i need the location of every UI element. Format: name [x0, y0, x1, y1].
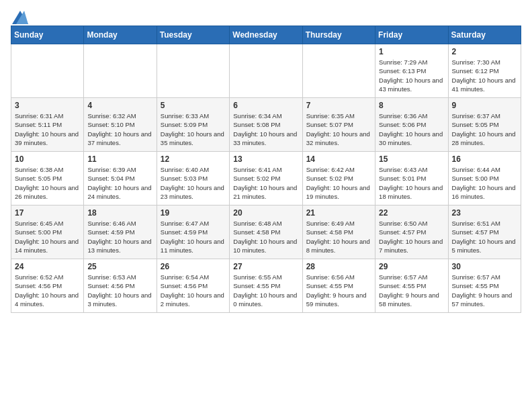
day-info: Sunrise: 6:54 AM Sunset: 4:56 PM Dayligh… [161, 273, 226, 308]
calendar-cell: 1Sunrise: 7:29 AM Sunset: 6:13 PM Daylig… [375, 44, 448, 98]
day-number: 2 [452, 47, 517, 56]
day-number: 7 [306, 101, 371, 110]
weekday-header: Saturday [448, 26, 521, 44]
calendar-cell: 12Sunrise: 6:40 AM Sunset: 5:03 PM Dayli… [157, 152, 229, 205]
calendar-cell [11, 44, 84, 98]
day-info: Sunrise: 6:55 AM Sunset: 4:55 PM Dayligh… [233, 273, 298, 308]
day-info: Sunrise: 6:56 AM Sunset: 4:55 PM Dayligh… [306, 273, 371, 308]
day-info: Sunrise: 7:30 AM Sunset: 6:12 PM Dayligh… [452, 58, 517, 93]
day-number: 22 [379, 208, 444, 218]
calendar-cell: 2Sunrise: 7:30 AM Sunset: 6:12 PM Daylig… [448, 44, 521, 98]
calendar-cell: 8Sunrise: 6:36 AM Sunset: 5:06 PM Daylig… [375, 98, 448, 152]
calendar-cell: 15Sunrise: 6:43 AM Sunset: 5:01 PM Dayli… [375, 152, 448, 205]
day-info: Sunrise: 6:35 AM Sunset: 5:07 PM Dayligh… [306, 111, 371, 147]
day-number: 11 [87, 154, 152, 164]
logo-icon [12, 11, 28, 24]
day-info: Sunrise: 6:57 AM Sunset: 4:55 PM Dayligh… [452, 273, 517, 308]
calendar-cell [84, 44, 157, 98]
day-info: Sunrise: 6:40 AM Sunset: 5:03 PM Dayligh… [161, 165, 226, 201]
calendar-cell: 20Sunrise: 6:48 AM Sunset: 4:58 PM Dayli… [230, 205, 302, 259]
day-number: 1 [379, 47, 444, 56]
calendar-cell [302, 44, 375, 98]
calendar-cell: 16Sunrise: 6:44 AM Sunset: 5:00 PM Dayli… [448, 152, 521, 205]
weekday-header: Monday [84, 26, 157, 44]
calendar-week-row: 3Sunrise: 6:31 AM Sunset: 5:11 PM Daylig… [11, 98, 521, 152]
calendar-cell: 14Sunrise: 6:42 AM Sunset: 5:02 PM Dayli… [302, 152, 375, 205]
day-number: 26 [161, 262, 226, 271]
day-info: Sunrise: 6:51 AM Sunset: 4:57 PM Dayligh… [452, 219, 517, 255]
day-info: Sunrise: 6:45 AM Sunset: 5:00 PM Dayligh… [15, 219, 80, 255]
calendar-cell: 25Sunrise: 6:53 AM Sunset: 4:56 PM Dayli… [84, 259, 157, 313]
calendar-week-row: 17Sunrise: 6:45 AM Sunset: 5:00 PM Dayli… [11, 205, 521, 259]
day-info: Sunrise: 6:36 AM Sunset: 5:06 PM Dayligh… [379, 111, 444, 147]
day-number: 29 [379, 262, 444, 271]
day-info: Sunrise: 6:33 AM Sunset: 5:09 PM Dayligh… [161, 111, 226, 147]
day-number: 20 [233, 208, 298, 218]
calendar-cell: 24Sunrise: 6:52 AM Sunset: 4:56 PM Dayli… [11, 259, 84, 313]
calendar-cell: 19Sunrise: 6:47 AM Sunset: 4:59 PM Dayli… [157, 205, 229, 259]
day-info: Sunrise: 6:52 AM Sunset: 4:56 PM Dayligh… [15, 273, 80, 308]
calendar-cell: 11Sunrise: 6:39 AM Sunset: 5:04 PM Dayli… [84, 152, 157, 205]
calendar-cell: 21Sunrise: 6:49 AM Sunset: 4:58 PM Dayli… [302, 205, 375, 259]
calendar-cell: 5Sunrise: 6:33 AM Sunset: 5:09 PM Daylig… [157, 98, 229, 152]
weekday-header: Tuesday [157, 26, 229, 44]
weekday-header: Sunday [11, 26, 84, 44]
day-number: 4 [87, 101, 152, 110]
logo [11, 11, 28, 21]
calendar-week-row: 24Sunrise: 6:52 AM Sunset: 4:56 PM Dayli… [11, 259, 521, 313]
day-number: 6 [233, 101, 298, 110]
day-number: 27 [233, 262, 298, 271]
day-number: 3 [15, 101, 80, 110]
calendar-cell: 7Sunrise: 6:35 AM Sunset: 5:07 PM Daylig… [302, 98, 375, 152]
day-info: Sunrise: 6:39 AM Sunset: 5:04 PM Dayligh… [87, 165, 152, 201]
day-number: 23 [452, 208, 517, 218]
calendar-cell [230, 44, 302, 98]
day-info: Sunrise: 6:57 AM Sunset: 4:55 PM Dayligh… [379, 273, 444, 308]
day-number: 30 [452, 262, 517, 271]
day-number: 9 [452, 101, 517, 110]
calendar-cell: 23Sunrise: 6:51 AM Sunset: 4:57 PM Dayli… [448, 205, 521, 259]
calendar-cell: 13Sunrise: 6:41 AM Sunset: 5:02 PM Dayli… [230, 152, 302, 205]
day-info: Sunrise: 6:38 AM Sunset: 5:05 PM Dayligh… [15, 165, 80, 201]
day-info: Sunrise: 7:29 AM Sunset: 6:13 PM Dayligh… [379, 58, 444, 93]
day-info: Sunrise: 6:50 AM Sunset: 4:57 PM Dayligh… [379, 219, 444, 255]
calendar-cell: 28Sunrise: 6:56 AM Sunset: 4:55 PM Dayli… [302, 259, 375, 313]
calendar-cell: 29Sunrise: 6:57 AM Sunset: 4:55 PM Dayli… [375, 259, 448, 313]
day-info: Sunrise: 6:53 AM Sunset: 4:56 PM Dayligh… [87, 273, 152, 308]
day-info: Sunrise: 6:48 AM Sunset: 4:58 PM Dayligh… [233, 219, 298, 255]
day-number: 24 [15, 262, 80, 271]
calendar-cell: 18Sunrise: 6:46 AM Sunset: 4:59 PM Dayli… [84, 205, 157, 259]
day-number: 12 [161, 154, 226, 164]
calendar-cell: 3Sunrise: 6:31 AM Sunset: 5:11 PM Daylig… [11, 98, 84, 152]
calendar: SundayMondayTuesdayWednesdayThursdayFrid… [11, 26, 521, 313]
page-header [11, 11, 521, 21]
calendar-cell: 9Sunrise: 6:37 AM Sunset: 5:05 PM Daylig… [448, 98, 521, 152]
calendar-cell: 26Sunrise: 6:54 AM Sunset: 4:56 PM Dayli… [157, 259, 229, 313]
calendar-cell: 30Sunrise: 6:57 AM Sunset: 4:55 PM Dayli… [448, 259, 521, 313]
day-info: Sunrise: 6:43 AM Sunset: 5:01 PM Dayligh… [379, 165, 444, 201]
weekday-header: Friday [375, 26, 448, 44]
day-info: Sunrise: 6:31 AM Sunset: 5:11 PM Dayligh… [15, 111, 80, 147]
day-info: Sunrise: 6:46 AM Sunset: 4:59 PM Dayligh… [87, 219, 152, 255]
day-number: 17 [15, 208, 80, 218]
day-number: 10 [15, 154, 80, 164]
calendar-cell [157, 44, 229, 98]
weekday-header: Thursday [302, 26, 375, 44]
calendar-cell: 6Sunrise: 6:34 AM Sunset: 5:08 PM Daylig… [230, 98, 302, 152]
day-info: Sunrise: 6:44 AM Sunset: 5:00 PM Dayligh… [452, 165, 517, 201]
calendar-cell: 27Sunrise: 6:55 AM Sunset: 4:55 PM Dayli… [230, 259, 302, 313]
day-number: 14 [306, 154, 371, 164]
day-number: 18 [87, 208, 152, 218]
day-number: 21 [306, 208, 371, 218]
calendar-week-row: 10Sunrise: 6:38 AM Sunset: 5:05 PM Dayli… [11, 152, 521, 205]
day-number: 25 [87, 262, 152, 271]
weekday-header: Wednesday [230, 26, 302, 44]
day-info: Sunrise: 6:32 AM Sunset: 5:10 PM Dayligh… [87, 111, 152, 147]
day-number: 19 [161, 208, 226, 218]
weekday-header-row: SundayMondayTuesdayWednesdayThursdayFrid… [11, 26, 521, 44]
day-number: 16 [452, 154, 517, 164]
day-number: 13 [233, 154, 298, 164]
calendar-cell: 22Sunrise: 6:50 AM Sunset: 4:57 PM Dayli… [375, 205, 448, 259]
day-info: Sunrise: 6:41 AM Sunset: 5:02 PM Dayligh… [233, 165, 298, 201]
calendar-cell: 10Sunrise: 6:38 AM Sunset: 5:05 PM Dayli… [11, 152, 84, 205]
